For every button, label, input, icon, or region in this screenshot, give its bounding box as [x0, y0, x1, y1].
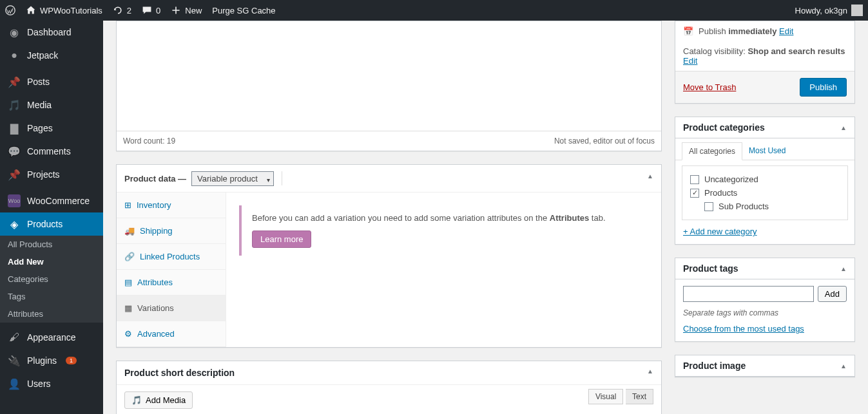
purge-cache-link[interactable]: Purge SG Cache: [212, 6, 275, 15]
submenu-attributes[interactable]: Attributes: [0, 305, 103, 323]
product-icon: ◈: [8, 218, 21, 231]
comment-icon: 💬: [8, 145, 21, 158]
submenu-add-new[interactable]: Add New: [0, 253, 103, 270]
home-icon: [26, 5, 36, 15]
learn-more-button[interactable]: Learn more: [252, 231, 311, 248]
howdy-text: Howdy, ok3gn: [795, 6, 847, 15]
sidebar-item-plugins[interactable]: 🔌Plugins1: [0, 349, 103, 372]
plug-icon: 🔌: [8, 354, 21, 367]
truck-icon: 🚚: [124, 226, 135, 236]
new-label: New: [185, 6, 202, 15]
tab-linked-products[interactable]: 🔗Linked Products: [117, 244, 226, 270]
sidebar-submenu-products: All Products Add New Categories Tags Att…: [0, 236, 103, 323]
add-new-category-link[interactable]: + Add new category: [675, 227, 765, 244]
refresh-icon: [113, 5, 123, 15]
category-list: Uncategorized ✓ Products Sub Products: [682, 165, 848, 220]
toggle-tags[interactable]: ▲: [840, 265, 847, 272]
add-tag-button[interactable]: Add: [818, 286, 847, 302]
sidebar-item-appearance[interactable]: 🖌Appearance: [0, 326, 103, 349]
checkbox-uncategorized[interactable]: [690, 175, 699, 184]
plus-icon: [171, 5, 181, 15]
user-icon: 👤: [8, 377, 21, 390]
short-desc-title: Product short description: [124, 368, 235, 378]
howdy-link[interactable]: Howdy, ok3gn: [795, 5, 863, 16]
grid-icon: ▦: [124, 303, 132, 313]
product-data-box: Product data — Variable product ▲ ⊞Inven…: [116, 164, 662, 348]
tab-attributes[interactable]: ▤Attributes: [117, 270, 226, 296]
media-icon: 🎵: [8, 99, 21, 111]
submenu-categories[interactable]: Categories: [0, 270, 103, 288]
product-categories-box: Product categories ▲ All categories Most…: [675, 117, 855, 245]
publish-button[interactable]: Publish: [800, 78, 847, 97]
comments-link[interactable]: 0: [142, 5, 160, 15]
toggle-product-data[interactable]: ▲: [647, 173, 653, 180]
woo-icon: Woo: [8, 194, 21, 207]
tag-input[interactable]: [683, 286, 814, 302]
tab-variations[interactable]: ▦Variations: [117, 296, 226, 321]
jetpack-icon: ●: [8, 49, 21, 62]
tab-advanced[interactable]: ⚙Advanced: [117, 321, 226, 347]
checkbox-sub-products[interactable]: [704, 202, 713, 211]
main-editor: Word count: 19 Not saved, editor out of …: [116, 21, 662, 151]
edit-publish-date[interactable]: Edit: [779, 26, 793, 36]
short-description-box: Product short description ▲ 🎵 Add Media …: [116, 361, 662, 414]
sidebar-item-comments[interactable]: 💬Comments: [0, 140, 103, 163]
tab-most-used[interactable]: Most Used: [742, 142, 792, 160]
visual-tab[interactable]: Visual: [588, 389, 623, 404]
add-media-button[interactable]: 🎵 Add Media: [124, 391, 193, 409]
publish-label-pre: Publish: [699, 26, 728, 36]
tab-shipping[interactable]: 🚚Shipping: [117, 218, 226, 244]
product-type-select[interactable]: Variable product: [191, 171, 274, 186]
sidebar-item-dashboard[interactable]: ◉Dashboard: [0, 21, 103, 44]
sidebar-item-projects[interactable]: 📌Projects: [0, 163, 103, 186]
sidebar-item-posts[interactable]: 📌Posts: [0, 70, 103, 93]
comment-icon: [142, 5, 152, 15]
tags-title: Product tags: [683, 263, 738, 274]
updates-link[interactable]: 2: [113, 5, 131, 15]
category-item-products[interactable]: ✓ Products: [690, 186, 840, 200]
catalog-value: Shop and search results: [747, 46, 845, 56]
inventory-icon: ⊞: [124, 200, 131, 210]
toggle-product-image[interactable]: ▲: [840, 362, 847, 370]
sidebar-item-pages[interactable]: ▇Pages: [0, 117, 103, 140]
admin-sidebar: ◉Dashboard ●Jetpack 📌Posts 🎵Media ▇Pages…: [0, 21, 103, 414]
text-tab[interactable]: Text: [626, 389, 653, 404]
purge-label: Purge SG Cache: [212, 6, 275, 15]
publish-box: 📅 Publish immediately Edit Catalog visib…: [675, 21, 855, 104]
sidebar-item-media[interactable]: 🎵Media: [0, 93, 103, 117]
tab-inventory[interactable]: ⊞Inventory: [117, 193, 226, 218]
move-to-trash[interactable]: Move to Trash: [683, 82, 736, 92]
sidebar-item-woocommerce[interactable]: WooWooCommerce: [0, 189, 103, 212]
edit-catalog-visibility[interactable]: Edit: [683, 56, 697, 66]
choose-tags-link[interactable]: Choose from the most used tags: [675, 324, 812, 341]
category-item-uncategorized[interactable]: Uncategorized: [690, 173, 840, 186]
sidebar-item-jetpack[interactable]: ●Jetpack: [0, 44, 103, 67]
page-icon: ▇: [8, 122, 21, 135]
toggle-short-desc[interactable]: ▲: [647, 368, 653, 378]
product-image-title: Product image: [683, 361, 746, 371]
toggle-categories[interactable]: ▲: [840, 124, 847, 131]
variations-panel: Before you can add a variation you need …: [226, 193, 661, 347]
avatar: [851, 5, 863, 16]
editor-body[interactable]: [117, 21, 661, 131]
submenu-all-products[interactable]: All Products: [0, 236, 103, 253]
tab-all-categories[interactable]: All categories: [682, 142, 742, 160]
new-content-link[interactable]: New: [171, 5, 202, 15]
calendar-icon: 📅: [683, 26, 693, 36]
tag-hint: Separate tags with commas: [675, 308, 854, 324]
notice-text-bold: Attributes: [550, 213, 589, 223]
site-name-link[interactable]: WPWooTutorials: [26, 5, 102, 15]
sidebar-item-products[interactable]: ◈Products: [0, 212, 103, 236]
category-item-sub-products[interactable]: Sub Products: [704, 200, 840, 213]
wp-logo[interactable]: [5, 5, 15, 15]
site-name: WPWooTutorials: [40, 6, 102, 15]
product-image-box: Product image ▲: [675, 355, 855, 377]
media-icon: 🎵: [131, 395, 142, 405]
sidebar-item-users[interactable]: 👤Users: [0, 372, 103, 395]
submenu-tags[interactable]: Tags: [0, 288, 103, 305]
dashboard-icon: ◉: [8, 26, 21, 39]
comments-count: 0: [156, 6, 160, 15]
brush-icon: 🖌: [8, 331, 21, 344]
checkbox-products[interactable]: ✓: [690, 189, 699, 198]
notice-text-before: Before you can add a variation you need …: [252, 213, 550, 223]
